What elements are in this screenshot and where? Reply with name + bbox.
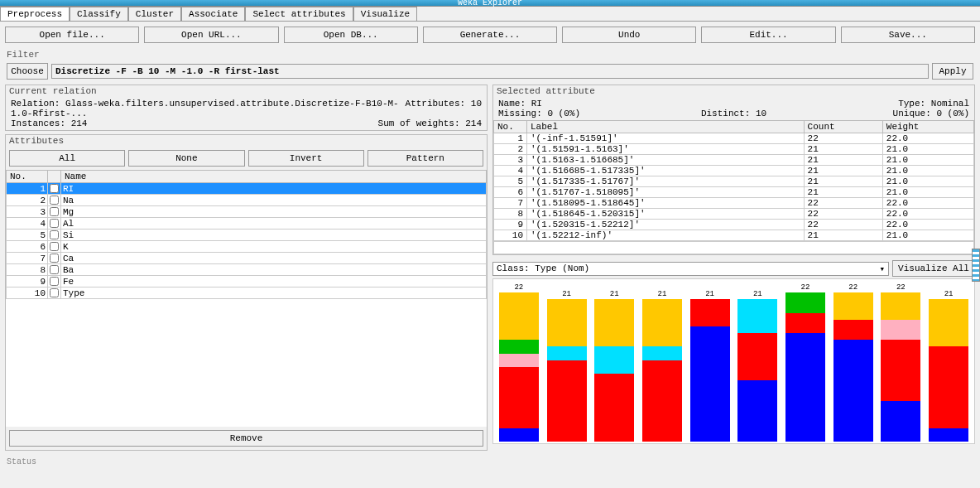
undobutton[interactable]: Undo (562, 27, 696, 43)
table-row[interactable]: 4Al (7, 218, 487, 230)
scroll-grip[interactable] (972, 249, 980, 282)
attributes-title: Attributes (6, 135, 487, 147)
table-row[interactable]: 3Mg (7, 206, 487, 218)
save-button[interactable]: Save... (841, 27, 975, 43)
attr-checkbox[interactable] (50, 277, 59, 286)
table-row[interactable]: 8Ba (7, 264, 487, 276)
histogram-bar: 21 (593, 290, 635, 442)
tab-cluster[interactable]: Cluster (128, 7, 181, 21)
table-row[interactable]: 8'(1.518645-1.520315]'2222.0 (494, 209, 974, 220)
histogram-bar: 21 (928, 290, 969, 442)
histogram: 22212121212122222221 (492, 278, 975, 444)
attr-checkbox[interactable] (50, 207, 59, 216)
table-row[interactable]: 10'(1.52212-inf)'2121.0 (494, 230, 974, 241)
apply-filter-button[interactable]: Apply (932, 63, 973, 80)
histogram-bar: 21 (546, 290, 588, 442)
top-button-row: Open file...Open URL...Open DB...Generat… (0, 22, 980, 48)
tab-associate[interactable]: Associate (181, 7, 245, 21)
attr-checkbox[interactable] (50, 184, 59, 193)
open-db-button[interactable]: Open DB... (284, 27, 418, 43)
tabs: PreprocessClassifyClusterAssociateSelect… (0, 7, 980, 22)
edit-button[interactable]: Edit... (701, 27, 835, 43)
selected-attribute-panel: Selected attribute Name: RI Type: Nomina… (492, 85, 975, 255)
table-row[interactable]: 1'(-inf-1.51591]'2222.0 (494, 133, 974, 144)
relation-value: Glass-weka.filters.unsupervised.attribut… (11, 99, 399, 118)
table-row[interactable]: 4'(1.516685-1.517335]'2121.0 (494, 166, 974, 176)
table-row[interactable]: 2'(1.51591-1.5163]'2121.0 (494, 144, 974, 155)
filter-label: Filter (0, 48, 980, 61)
status-label: Status (0, 454, 980, 470)
tab-visualize[interactable]: Visualize (353, 7, 417, 21)
chevron-down-icon: ▾ (879, 263, 885, 274)
open-file-button[interactable]: Open file... (5, 27, 139, 43)
tab-select-attributes[interactable]: Select attributes (245, 7, 353, 21)
sel-attr-type: Nominal (931, 99, 969, 109)
table-row[interactable]: 5Si (7, 230, 487, 241)
table-row[interactable]: 9Fe (7, 276, 487, 287)
tab-classify[interactable]: Classify (70, 7, 128, 21)
attributes-count: 10 (471, 99, 482, 109)
sel-attr-name: RI (531, 99, 542, 109)
histogram-bar: 22 (833, 283, 874, 442)
attr-checkbox[interactable] (50, 242, 59, 251)
choose-filter-button[interactable]: Choose (7, 63, 48, 80)
table-row[interactable]: 10Type (7, 287, 487, 299)
attr-checkbox[interactable] (50, 288, 59, 297)
filter-config-input[interactable]: Discretize -F -B 10 -M -1.0 -R first-las… (51, 64, 929, 79)
table-row[interactable]: 7Ca (7, 253, 487, 264)
histogram-bar: 22 (785, 283, 826, 442)
tab-preprocess[interactable]: Preprocess (0, 7, 70, 21)
table-row[interactable]: 9'(1.520315-1.52212]'2222.0 (494, 220, 974, 230)
histogram-bar: 22 (498, 283, 540, 442)
table-row[interactable]: 3'(1.5163-1.516685]'2121.0 (494, 155, 974, 166)
sel-attr-unique: 0 (0%) (936, 109, 969, 118)
table-row[interactable]: 2Na (7, 195, 487, 206)
sel-attr-distinct: 10 (756, 109, 766, 118)
attr-checkbox[interactable] (50, 265, 59, 274)
open-url-button[interactable]: Open URL... (144, 27, 278, 43)
selected-attribute-title: Selected attribute (493, 85, 974, 97)
selected-attribute-table[interactable]: No. Label Count Weight 1'(-inf-1.51591]'… (493, 120, 974, 241)
filter-row: Choose Discretize -F -B 10 -M -1.0 -R fi… (0, 61, 980, 85)
titlebar: Weka Explorer (0, 0, 980, 7)
attr-checkbox[interactable] (50, 230, 59, 239)
current-relation-panel: Current relation Relation: Glass-weka.fi… (5, 85, 488, 131)
table-row[interactable]: 6'(1.51767-1.518095]'2121.0 (494, 187, 974, 198)
table-row[interactable]: 7'(1.518095-1.518645]'2222.0 (494, 198, 974, 209)
class-select[interactable]: Class: Type (Nom) ▾ (492, 262, 889, 276)
remove-button[interactable]: Remove (9, 430, 483, 447)
sum-of-weights: 214 (465, 118, 482, 128)
table-row[interactable]: 6K (7, 241, 487, 253)
attr-invert-button[interactable]: Invert (248, 150, 364, 167)
attributes-table[interactable]: No. Name 1RI2Na3Mg4Al5Si6K7Ca8Ba9Fe10Typ… (6, 170, 487, 299)
histogram-bar: 21 (641, 290, 683, 442)
class-row: Class: Type (Nom) ▾ Visualize All (492, 258, 975, 278)
current-relation-title: Current relation (6, 85, 487, 97)
window-title: Weka Explorer (458, 0, 522, 7)
sel-attr-missing: 0 (0%) (547, 109, 580, 118)
table-row[interactable]: 5'(1.517335-1.51767]'2121.0 (494, 176, 974, 187)
attr-checkbox[interactable] (50, 254, 59, 263)
visualize-all-button[interactable]: Visualize All (892, 260, 975, 277)
generate-button[interactable]: Generate... (423, 27, 557, 43)
attr-none-button[interactable]: None (128, 150, 244, 167)
attr-all-button[interactable]: All (9, 150, 125, 167)
histogram-bar: 21 (689, 290, 731, 442)
histogram-bar: 22 (880, 283, 921, 442)
instances-count: 214 (71, 118, 88, 128)
attr-checkbox[interactable] (50, 219, 59, 228)
table-row[interactable]: 1RI (7, 183, 487, 195)
histogram-bar: 21 (737, 290, 778, 442)
attr-pattern-button[interactable]: Pattern (368, 150, 483, 167)
attributes-panel: Attributes AllNoneInvertPattern No. Name… (5, 134, 488, 451)
attr-checkbox[interactable] (50, 196, 59, 205)
